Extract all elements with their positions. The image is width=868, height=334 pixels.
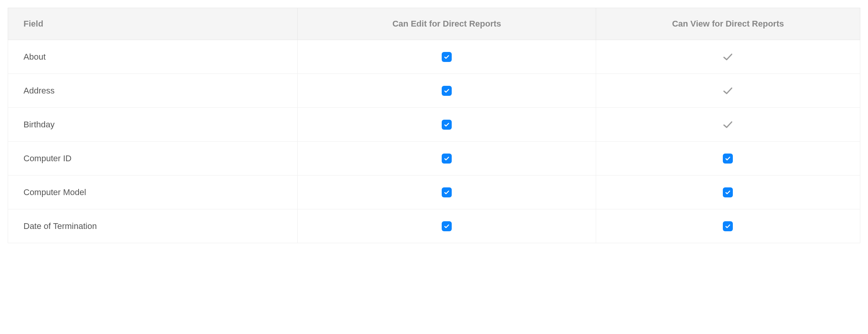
can-edit-cell [298,209,596,243]
table-row: Computer ID [8,142,860,175]
can-view-cell [596,142,860,175]
checkbox-checked-icon[interactable] [442,120,452,130]
field-name-cell: Birthday [8,108,298,142]
checkbox-checked-icon[interactable] [442,154,452,164]
can-view-cell [596,108,860,142]
permissions-table: Field Can Edit for Direct Reports Can Vi… [8,8,860,243]
can-view-cell [596,175,860,209]
table-row: Computer Model [8,175,860,209]
table-header-row: Field Can Edit for Direct Reports Can Vi… [8,8,860,40]
checkbox-checked-icon[interactable] [442,52,452,62]
checkbox-checked-icon[interactable] [723,154,733,164]
header-can-view: Can View for Direct Reports [596,8,860,40]
checkbox-checked-icon[interactable] [723,187,733,197]
field-name-cell: Address [8,74,298,108]
table-row: Birthday [8,108,860,142]
can-edit-cell [298,40,596,74]
checkbox-checked-icon[interactable] [442,221,452,231]
table-row: About [8,40,860,74]
check-icon [722,51,734,63]
can-view-cell [596,209,860,243]
field-name-cell: About [8,40,298,74]
can-view-cell [596,74,860,108]
checkbox-checked-icon[interactable] [442,187,452,197]
check-icon [722,85,734,97]
field-name-cell: Date of Termination [8,209,298,243]
checkbox-checked-icon[interactable] [442,86,452,96]
can-edit-cell [298,175,596,209]
check-icon [722,119,734,130]
table-row: Address [8,74,860,108]
header-field: Field [8,8,298,40]
can-edit-cell [298,108,596,142]
can-edit-cell [298,74,596,108]
can-edit-cell [298,142,596,175]
checkbox-checked-icon[interactable] [723,221,733,231]
field-name-cell: Computer Model [8,175,298,209]
field-name-cell: Computer ID [8,142,298,175]
table-row: Date of Termination [8,209,860,243]
can-view-cell [596,40,860,74]
header-can-edit: Can Edit for Direct Reports [298,8,596,40]
